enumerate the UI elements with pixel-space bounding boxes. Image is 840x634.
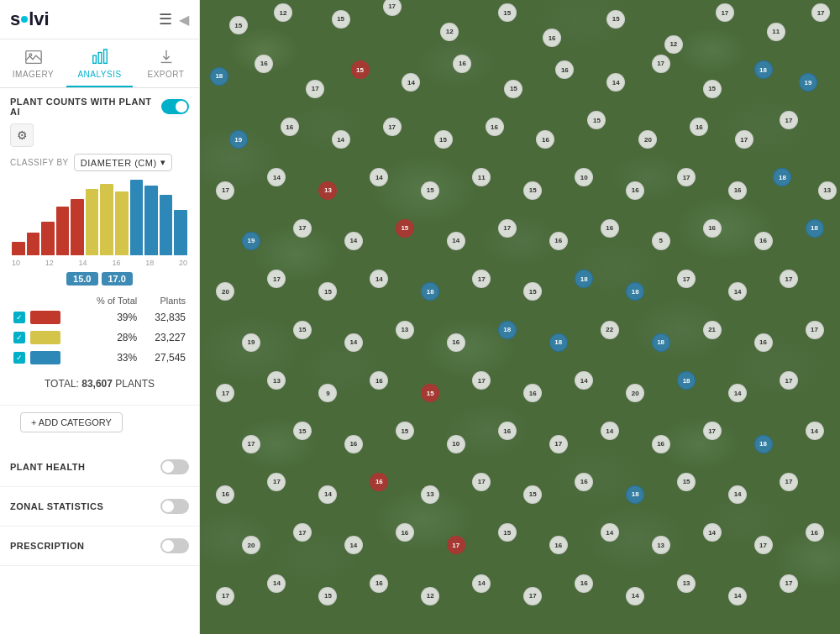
tab-analysis[interactable]: ANALYSIS	[66, 39, 133, 87]
plant-marker: 17	[472, 371, 491, 390]
plants-cell-2: 27,545	[140, 348, 189, 368]
plant-marker: 16	[754, 232, 773, 250]
hist-bar-7	[100, 184, 113, 256]
plant-marker: 17	[780, 270, 798, 288]
range-end-badge[interactable]: 17.0	[102, 272, 133, 286]
plant-marker: 15	[523, 282, 542, 301]
gear-area: ⚙	[10, 123, 189, 147]
plant-marker: 17	[383, 0, 402, 16]
plant-marker: 16	[626, 181, 644, 200]
tab-export-label: EXPORT	[148, 70, 185, 79]
plant-marker: 12	[440, 23, 459, 41]
tab-export[interactable]: EXPORT	[133, 39, 199, 87]
plant-marker: 15	[523, 485, 542, 504]
plant-marker: 15	[318, 282, 337, 301]
classify-dropdown[interactable]: DIAMETER (CM) ▾	[74, 154, 172, 171]
plant-marker: 14	[728, 282, 747, 301]
plant-marker: 20	[626, 384, 644, 402]
plant-counts-toggle[interactable]	[161, 99, 189, 114]
tab-imagery[interactable]: IMAGERY	[0, 39, 66, 87]
hist-bar-11	[160, 195, 173, 255]
plant-marker: 16	[543, 29, 561, 47]
plant-marker: 14	[370, 168, 388, 186]
plant-marker: 20	[638, 130, 657, 149]
plant-marker: 17	[383, 118, 402, 136]
plant-marker: 14	[601, 422, 619, 440]
total-row: TOTAL: 83,607 PLANTS	[10, 375, 189, 396]
plant-marker: 17	[447, 536, 465, 554]
table-row: ✓ 33% 27,545	[10, 348, 189, 368]
prescription-toggle[interactable]	[160, 538, 189, 553]
plant-marker: 17	[703, 422, 722, 440]
plant-marker: 15	[606, 10, 625, 29]
nav-tabs: IMAGERY ANALYSIS EXPORT	[0, 39, 199, 88]
plant-marker: 14	[626, 587, 644, 605]
histogram-axis: 10 12 14 16 18 20	[10, 259, 189, 267]
axis-label-10: 10	[12, 259, 20, 267]
plant-marker: 17	[216, 181, 234, 200]
prescription-label: PRESCRIPTION	[10, 541, 85, 551]
plant-marker: 13	[318, 181, 337, 200]
col-header-pct: % of Total	[80, 294, 141, 307]
plant-marker: 17	[780, 111, 798, 129]
plant-marker: 18	[549, 333, 568, 352]
plants-overlay: 1512151712151615121711171816171514161516…	[200, 0, 840, 634]
add-category-area: + ADD CATEGORY	[0, 406, 199, 448]
total-label: TOTAL:	[45, 378, 79, 390]
hist-bar-6	[86, 189, 99, 255]
plant-marker: 17	[293, 523, 312, 542]
prescription-section[interactable]: PRESCRIPTION	[0, 527, 199, 566]
add-category-button[interactable]: + ADD CATEGORY	[20, 412, 123, 432]
plant-marker: 15	[396, 422, 414, 440]
plant-marker: 16	[453, 55, 471, 73]
plant-marker: 17	[652, 55, 670, 73]
svg-rect-4	[103, 50, 107, 64]
plant-marker: 14	[606, 73, 625, 92]
plant-marker: 13	[396, 321, 414, 339]
plant-marker: 18	[498, 321, 517, 339]
plant-marker: 18	[626, 485, 644, 504]
hist-bar-9	[130, 180, 144, 255]
plant-marker: 18	[652, 333, 670, 352]
pct-cell-2: 33%	[80, 348, 141, 368]
logo-bar: s lvi ☰ ◀	[0, 0, 199, 39]
hamburger-icon[interactable]: ☰	[159, 10, 172, 29]
map-area[interactable]: 1512151712151615121711171816171514161516…	[200, 0, 840, 634]
plant-marker: 18	[575, 270, 593, 288]
axis-label-14: 14	[79, 259, 87, 267]
range-start-badge[interactable]: 15.0	[66, 272, 97, 286]
plant-marker: 16	[216, 485, 234, 504]
category-checkbox-2[interactable]: ✓	[13, 352, 25, 364]
plant-marker: 16	[728, 181, 747, 200]
imagery-icon	[24, 48, 43, 66]
classify-row: CLASSIFY BY DIAMETER (CM) ▾	[10, 154, 189, 171]
zonal-statistics-section[interactable]: ZONAL STATISTICS	[0, 487, 199, 527]
classify-label: CLASSIFY BY	[10, 158, 69, 167]
zonal-statistics-toggle[interactable]	[160, 499, 189, 514]
plant-marker: 21	[703, 321, 722, 339]
plants-cell-0: 32,835	[140, 307, 189, 327]
category-checkbox-1[interactable]: ✓	[13, 332, 25, 343]
color-cell: ✓	[10, 327, 80, 348]
plant-marker: 15	[587, 111, 606, 129]
plant-health-toggle[interactable]	[160, 459, 189, 474]
plant-marker: 13	[677, 574, 696, 593]
gear-button[interactable]: ⚙	[10, 123, 34, 147]
plant-marker: 17	[498, 219, 517, 238]
zonal-statistics-label: ZONAL STATISTICS	[10, 501, 103, 511]
plant-marker: 14	[267, 574, 286, 593]
plant-marker: 16	[754, 333, 773, 352]
plant-marker: 16	[536, 130, 554, 149]
plant-marker: 15	[677, 473, 696, 491]
collapse-sidebar-icon[interactable]: ◀	[179, 12, 189, 28]
color-swatch-2	[30, 351, 60, 364]
svg-rect-3	[98, 53, 102, 64]
plant-marker: 14	[344, 536, 363, 554]
tab-imagery-label: IMAGERY	[13, 70, 54, 79]
plant-marker: 17	[780, 473, 798, 491]
category-checkbox-0[interactable]: ✓	[13, 312, 25, 323]
export-icon	[157, 48, 176, 66]
plant-marker: 16	[575, 574, 593, 593]
color-swatch-0	[30, 311, 60, 324]
plant-health-section[interactable]: PLANT HEALTH	[0, 448, 199, 487]
